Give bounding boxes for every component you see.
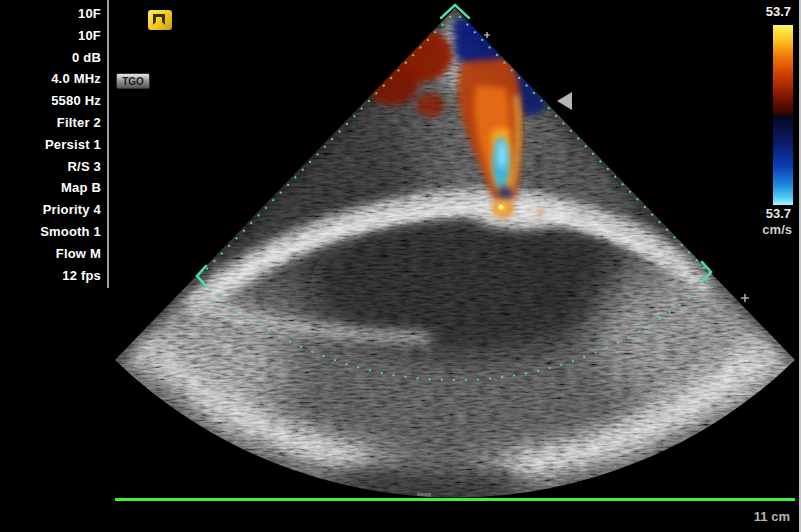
doppler-color-scale	[773, 25, 793, 205]
scale-min-label: 53.7	[766, 206, 791, 221]
scale-negative-gradient	[773, 115, 793, 205]
scale-unit-label: cm/s	[762, 222, 792, 237]
ultrasound-image	[0, 0, 801, 532]
depth-label: 11 cm	[754, 509, 790, 524]
apex-cross	[484, 32, 490, 38]
ultrasound-screen: 10F10F0 dB4.0 MHz5580 HzFilter 2Persist …	[0, 0, 801, 532]
focus-marker[interactable]	[557, 92, 572, 110]
pointer-cross	[741, 294, 749, 302]
depth-baseline	[115, 498, 795, 501]
scale-positive-gradient	[773, 25, 793, 115]
bmode-fan	[0, 0, 801, 532]
scale-max-label: 53.7	[766, 4, 791, 19]
